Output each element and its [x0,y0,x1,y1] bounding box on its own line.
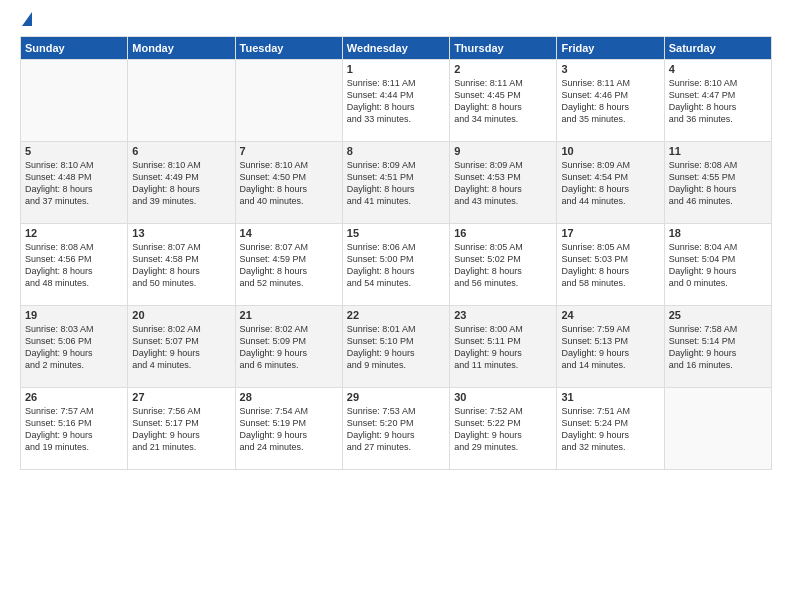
day-number: 13 [132,227,230,239]
day-info: Sunrise: 8:10 AM Sunset: 4:49 PM Dayligh… [132,159,230,208]
day-number: 7 [240,145,338,157]
calendar-cell: 3Sunrise: 8:11 AM Sunset: 4:46 PM Daylig… [557,60,664,142]
weekday-saturday: Saturday [664,37,771,60]
calendar-week-row-4: 19Sunrise: 8:03 AM Sunset: 5:06 PM Dayli… [21,306,772,388]
day-info: Sunrise: 8:07 AM Sunset: 4:58 PM Dayligh… [132,241,230,290]
day-number: 17 [561,227,659,239]
day-info: Sunrise: 8:11 AM Sunset: 4:44 PM Dayligh… [347,77,445,126]
calendar-cell: 22Sunrise: 8:01 AM Sunset: 5:10 PM Dayli… [342,306,449,388]
day-info: Sunrise: 8:09 AM Sunset: 4:54 PM Dayligh… [561,159,659,208]
day-info: Sunrise: 7:53 AM Sunset: 5:20 PM Dayligh… [347,405,445,454]
day-info: Sunrise: 8:08 AM Sunset: 4:55 PM Dayligh… [669,159,767,208]
day-info: Sunrise: 8:04 AM Sunset: 5:04 PM Dayligh… [669,241,767,290]
calendar-cell: 14Sunrise: 8:07 AM Sunset: 4:59 PM Dayli… [235,224,342,306]
calendar-cell: 25Sunrise: 7:58 AM Sunset: 5:14 PM Dayli… [664,306,771,388]
day-number: 5 [25,145,123,157]
weekday-monday: Monday [128,37,235,60]
day-info: Sunrise: 7:54 AM Sunset: 5:19 PM Dayligh… [240,405,338,454]
day-info: Sunrise: 8:05 AM Sunset: 5:03 PM Dayligh… [561,241,659,290]
day-info: Sunrise: 7:59 AM Sunset: 5:13 PM Dayligh… [561,323,659,372]
calendar-cell: 16Sunrise: 8:05 AM Sunset: 5:02 PM Dayli… [450,224,557,306]
day-number: 4 [669,63,767,75]
logo-triangle-icon [22,12,32,26]
weekday-thursday: Thursday [450,37,557,60]
calendar-cell: 28Sunrise: 7:54 AM Sunset: 5:19 PM Dayli… [235,388,342,470]
day-number: 30 [454,391,552,403]
calendar-cell: 7Sunrise: 8:10 AM Sunset: 4:50 PM Daylig… [235,142,342,224]
calendar-cell: 5Sunrise: 8:10 AM Sunset: 4:48 PM Daylig… [21,142,128,224]
calendar-cell: 9Sunrise: 8:09 AM Sunset: 4:53 PM Daylig… [450,142,557,224]
day-info: Sunrise: 7:52 AM Sunset: 5:22 PM Dayligh… [454,405,552,454]
calendar-cell: 26Sunrise: 7:57 AM Sunset: 5:16 PM Dayli… [21,388,128,470]
day-info: Sunrise: 8:05 AM Sunset: 5:02 PM Dayligh… [454,241,552,290]
day-number: 9 [454,145,552,157]
day-info: Sunrise: 8:10 AM Sunset: 4:47 PM Dayligh… [669,77,767,126]
day-number: 15 [347,227,445,239]
weekday-header-row: SundayMondayTuesdayWednesdayThursdayFrid… [21,37,772,60]
day-info: Sunrise: 8:06 AM Sunset: 5:00 PM Dayligh… [347,241,445,290]
day-number: 16 [454,227,552,239]
day-info: Sunrise: 8:10 AM Sunset: 4:48 PM Dayligh… [25,159,123,208]
day-info: Sunrise: 8:03 AM Sunset: 5:06 PM Dayligh… [25,323,123,372]
calendar-cell: 19Sunrise: 8:03 AM Sunset: 5:06 PM Dayli… [21,306,128,388]
calendar-cell: 2Sunrise: 8:11 AM Sunset: 4:45 PM Daylig… [450,60,557,142]
calendar-cell [235,60,342,142]
day-number: 1 [347,63,445,75]
day-number: 12 [25,227,123,239]
calendar-week-row-3: 12Sunrise: 8:08 AM Sunset: 4:56 PM Dayli… [21,224,772,306]
calendar-table: SundayMondayTuesdayWednesdayThursdayFrid… [20,36,772,470]
day-number: 29 [347,391,445,403]
day-info: Sunrise: 8:08 AM Sunset: 4:56 PM Dayligh… [25,241,123,290]
day-number: 3 [561,63,659,75]
day-info: Sunrise: 8:09 AM Sunset: 4:51 PM Dayligh… [347,159,445,208]
calendar-week-row-2: 5Sunrise: 8:10 AM Sunset: 4:48 PM Daylig… [21,142,772,224]
logo [20,16,32,26]
day-info: Sunrise: 7:51 AM Sunset: 5:24 PM Dayligh… [561,405,659,454]
day-info: Sunrise: 8:11 AM Sunset: 4:46 PM Dayligh… [561,77,659,126]
day-info: Sunrise: 7:56 AM Sunset: 5:17 PM Dayligh… [132,405,230,454]
day-info: Sunrise: 8:01 AM Sunset: 5:10 PM Dayligh… [347,323,445,372]
day-number: 25 [669,309,767,321]
header [20,16,772,26]
calendar-cell: 1Sunrise: 8:11 AM Sunset: 4:44 PM Daylig… [342,60,449,142]
day-number: 31 [561,391,659,403]
day-number: 23 [454,309,552,321]
day-number: 21 [240,309,338,321]
calendar-cell: 29Sunrise: 7:53 AM Sunset: 5:20 PM Dayli… [342,388,449,470]
calendar-cell: 6Sunrise: 8:10 AM Sunset: 4:49 PM Daylig… [128,142,235,224]
day-info: Sunrise: 8:02 AM Sunset: 5:07 PM Dayligh… [132,323,230,372]
calendar-cell: 12Sunrise: 8:08 AM Sunset: 4:56 PM Dayli… [21,224,128,306]
day-info: Sunrise: 8:09 AM Sunset: 4:53 PM Dayligh… [454,159,552,208]
calendar-cell: 15Sunrise: 8:06 AM Sunset: 5:00 PM Dayli… [342,224,449,306]
day-number: 14 [240,227,338,239]
weekday-tuesday: Tuesday [235,37,342,60]
calendar-cell: 18Sunrise: 8:04 AM Sunset: 5:04 PM Dayli… [664,224,771,306]
day-number: 24 [561,309,659,321]
calendar-cell: 23Sunrise: 8:00 AM Sunset: 5:11 PM Dayli… [450,306,557,388]
calendar-week-row-5: 26Sunrise: 7:57 AM Sunset: 5:16 PM Dayli… [21,388,772,470]
calendar-cell [21,60,128,142]
page: SundayMondayTuesdayWednesdayThursdayFrid… [0,0,792,612]
calendar-cell: 4Sunrise: 8:10 AM Sunset: 4:47 PM Daylig… [664,60,771,142]
day-number: 20 [132,309,230,321]
day-info: Sunrise: 8:02 AM Sunset: 5:09 PM Dayligh… [240,323,338,372]
day-info: Sunrise: 8:07 AM Sunset: 4:59 PM Dayligh… [240,241,338,290]
day-number: 2 [454,63,552,75]
weekday-friday: Friday [557,37,664,60]
calendar-cell: 27Sunrise: 7:56 AM Sunset: 5:17 PM Dayli… [128,388,235,470]
day-number: 18 [669,227,767,239]
day-info: Sunrise: 8:00 AM Sunset: 5:11 PM Dayligh… [454,323,552,372]
day-number: 19 [25,309,123,321]
day-info: Sunrise: 8:10 AM Sunset: 4:50 PM Dayligh… [240,159,338,208]
calendar-cell: 21Sunrise: 8:02 AM Sunset: 5:09 PM Dayli… [235,306,342,388]
calendar-cell: 30Sunrise: 7:52 AM Sunset: 5:22 PM Dayli… [450,388,557,470]
calendar-cell: 24Sunrise: 7:59 AM Sunset: 5:13 PM Dayli… [557,306,664,388]
weekday-sunday: Sunday [21,37,128,60]
day-number: 27 [132,391,230,403]
calendar-cell [664,388,771,470]
day-number: 10 [561,145,659,157]
day-info: Sunrise: 8:11 AM Sunset: 4:45 PM Dayligh… [454,77,552,126]
calendar-cell: 8Sunrise: 8:09 AM Sunset: 4:51 PM Daylig… [342,142,449,224]
calendar-cell: 11Sunrise: 8:08 AM Sunset: 4:55 PM Dayli… [664,142,771,224]
day-number: 28 [240,391,338,403]
